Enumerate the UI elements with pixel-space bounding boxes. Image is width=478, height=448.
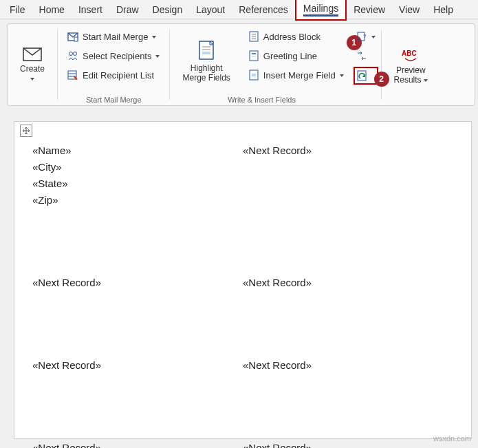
group-rules-icons: ? 2 [351,24,381,105]
update-labels-icon [356,70,369,82]
greeting-line-icon [248,50,259,61]
chevron-down-icon [30,74,34,83]
preview-abc-icon: ABC [400,46,422,63]
tab-design[interactable]: Design [146,1,190,18]
highlight-doc-icon [196,40,217,61]
rules-icon: ? [356,31,367,42]
tab-insert[interactable]: Insert [72,1,109,18]
match-fields-button[interactable] [354,47,378,64]
mail-merge-icon [67,31,78,42]
tab-review[interactable]: Review [347,1,392,18]
tab-mailings[interactable]: Mailings [295,0,347,21]
svg-rect-11 [202,52,210,54]
tab-home[interactable]: Home [32,1,72,18]
label-cell-7: «Next Record» [32,440,243,448]
select-recipients-button[interactable]: Select Recipients [63,47,164,64]
tab-file[interactable]: File [3,1,32,18]
insert-field-icon [248,70,259,81]
envelope-icon [23,47,42,61]
label-cell-2: «Next Record» [243,142,453,209]
svg-text:?: ? [363,33,367,39]
tab-help[interactable]: Help [426,1,460,18]
label-cell-3: «Next Record» [32,275,243,291]
chevron-down-icon [371,32,376,42]
greeting-line-button[interactable]: Greeting Line [244,47,348,64]
svg-text:ABC: ABC [402,50,417,57]
tab-draw[interactable]: Draw [109,1,146,18]
insert-merge-field-button[interactable]: Insert Merge Field [244,67,348,83]
svg-rect-20 [252,74,256,76]
group-start-mail-merge: Start Mail Merge Select Recipients Edit … [58,24,169,105]
update-labels-button[interactable]: 2 [354,67,378,85]
edit-list-icon [67,70,78,81]
address-block-button[interactable]: Address Block 1 [244,28,348,45]
label-cell-4: «Next Record» [243,275,453,291]
start-mail-merge-button[interactable]: Start Mail Merge [63,28,164,45]
highlight-merge-fields-button[interactable]: HighlightMerge Fields [175,28,237,94]
chevron-down-icon [424,75,428,85]
preview-results-button[interactable]: ABC PreviewResults [387,28,435,103]
tab-layout[interactable]: Layout [189,1,232,18]
document-page: «Name» «City» «State» «Zip» «Next Record… [14,121,472,439]
group-create: Create [8,24,57,105]
edit-recipient-list-button[interactable]: Edit Recipient List [63,67,164,83]
group-preview: ABC PreviewResults [382,24,440,105]
svg-point-3 [69,52,73,56]
svg-rect-2 [74,37,78,41]
tab-references[interactable]: References [232,1,295,18]
rules-button[interactable]: ? [354,28,378,45]
label-cell-5: «Next Record» [32,357,243,374]
create-label: Create [20,64,45,74]
tab-view[interactable]: View [392,1,426,18]
chevron-down-icon [340,70,344,81]
watermark: wsxdn.com [433,434,471,442]
group-label-start-mail-merge: Start Mail Merge [86,96,142,104]
group-label-write-insert: Write & Insert Fields [228,96,296,104]
ribbon: Create Start Mail Merge Select Recipient… [7,23,475,106]
create-button[interactable]: Create [13,28,52,103]
address-block-icon [248,31,259,42]
group-write-insert: HighlightMerge Fields Address Block 1 Gr… [170,24,350,105]
chevron-down-icon [155,51,160,61]
label-grid: «Name» «City» «State» «Zip» «Next Record… [32,142,453,448]
recipients-icon [67,50,78,61]
chevron-down-icon [152,32,156,42]
ribbon-tabs: File Home Insert Draw Design Layout Refe… [0,0,478,19]
svg-rect-16 [250,51,258,61]
match-fields-icon [356,50,367,61]
table-move-handle-icon[interactable] [20,125,32,137]
svg-point-4 [74,52,77,56]
label-cell-6: «Next Record» [243,357,453,374]
label-cell-8: «Next Record» [243,440,453,448]
label-cell-1: «Name» «City» «State» «Zip» [32,142,243,209]
